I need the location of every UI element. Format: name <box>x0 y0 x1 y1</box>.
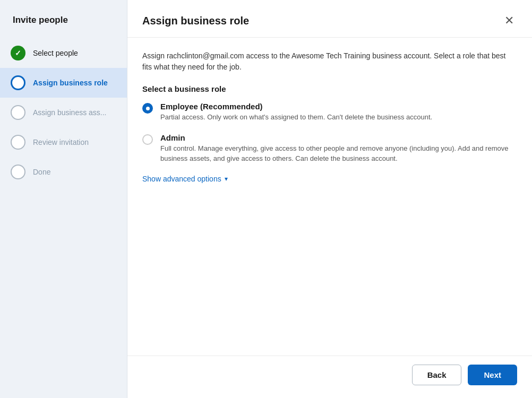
sidebar-label-select-people: Select people <box>33 49 78 57</box>
radio-employee[interactable] <box>142 103 153 114</box>
sidebar-title: Invite people <box>0 15 127 38</box>
role-name-admin: Admin <box>160 133 517 142</box>
sidebar-item-done[interactable]: Done <box>0 157 127 187</box>
role-details-employee: Employee (Recommended) Partial access. O… <box>160 102 432 123</box>
sidebar-item-review-invitation[interactable]: Review invitation <box>0 127 127 157</box>
close-button[interactable]: ✕ <box>501 13 517 29</box>
content-footer: Back Next <box>127 356 532 398</box>
section-label: Select a business role <box>142 84 517 93</box>
sidebar-label-done: Done <box>33 168 50 176</box>
sidebar-label-assign-business-assets: Assign business ass... <box>33 108 107 117</box>
step-icon-assign-business-assets <box>11 105 25 120</box>
back-button[interactable]: Back <box>412 365 462 385</box>
step-icon-select-people: ✓ <box>11 46 25 60</box>
role-name-employee: Employee (Recommended) <box>160 102 432 111</box>
invite-dialog: Invite people ✓ Select people Assign bus… <box>0 0 532 398</box>
radio-admin[interactable] <box>142 134 153 145</box>
description-text: Assign rachclinton@gmail.com access to t… <box>142 50 517 73</box>
sidebar-label-review-invitation: Review invitation <box>33 138 89 146</box>
sidebar-label-assign-business-role: Assign business role <box>33 79 108 87</box>
content-panel: Assign business role ✕ Assign rachclinto… <box>127 0 532 398</box>
step-icon-assign-business-role <box>11 75 25 90</box>
show-advanced-options-button[interactable]: Show advanced options ▾ <box>142 175 228 183</box>
role-desc-employee: Partial access. Only work on what's assi… <box>160 113 432 123</box>
chevron-down-icon: ▾ <box>225 175 228 183</box>
show-advanced-label: Show advanced options <box>142 175 221 183</box>
role-option-admin[interactable]: Admin Full control. Manage everything, g… <box>142 133 517 164</box>
role-desc-admin: Full control. Manage everything, give ac… <box>160 144 517 164</box>
step-icon-review-invitation <box>11 135 25 150</box>
content-header: Assign business role ✕ <box>127 0 532 38</box>
sidebar-item-select-people[interactable]: ✓ Select people <box>0 38 127 68</box>
content-body: Assign rachclinton@gmail.com access to t… <box>127 38 532 356</box>
content-title: Assign business role <box>142 15 249 27</box>
sidebar-item-assign-business-role[interactable]: Assign business role <box>0 68 127 98</box>
next-button[interactable]: Next <box>468 365 517 385</box>
close-icon: ✕ <box>504 14 514 27</box>
step-icon-done <box>11 165 25 179</box>
sidebar: Invite people ✓ Select people Assign bus… <box>0 0 127 398</box>
role-details-admin: Admin Full control. Manage everything, g… <box>160 133 517 164</box>
role-option-employee[interactable]: Employee (Recommended) Partial access. O… <box>142 102 517 123</box>
sidebar-item-assign-business-assets[interactable]: Assign business ass... <box>0 98 127 127</box>
